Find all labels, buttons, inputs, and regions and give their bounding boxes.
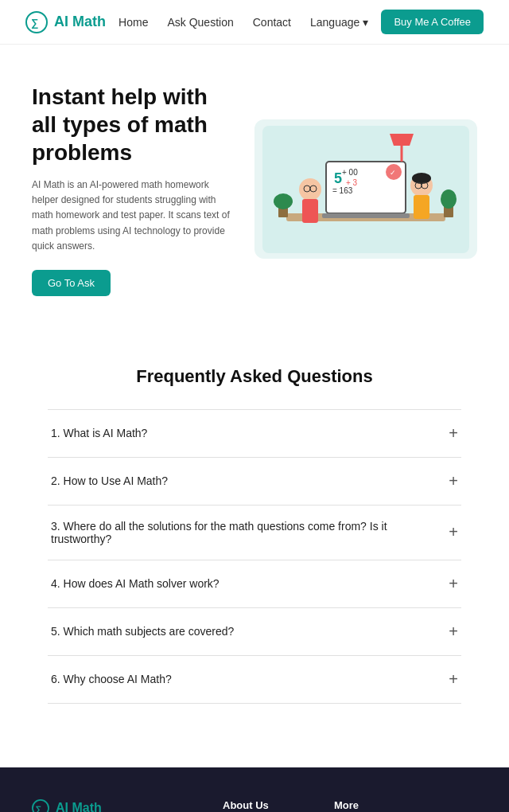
footer-about: About Us X [223, 799, 302, 812]
go-to-ask-button[interactable]: Go To Ask [32, 270, 111, 296]
logo[interactable]: ∑ AI Math [25, 11, 106, 33]
faq-expand-5[interactable]: + [449, 623, 458, 641]
svg-text:5: 5 [334, 170, 342, 186]
footer-more: More Sentence Counter [334, 799, 414, 812]
faq-item-3[interactable]: 3. Where do all the solutions for the ma… [48, 506, 461, 560]
nav-home[interactable]: Home [119, 16, 148, 29]
footer-top: ∑ AI Math Let's learn math easier with o… [32, 799, 477, 812]
faq-expand-2[interactable]: + [449, 472, 458, 490]
faq-question-6: 6. Why choose AI Math? [51, 673, 172, 685]
faq-item-6[interactable]: 6. Why choose AI Math? + [48, 656, 461, 704]
svg-point-19 [412, 173, 431, 184]
footer-logo-text: AI Math [56, 801, 102, 812]
faq-question-3: 3. Where do all the solutions for the ma… [51, 520, 449, 545]
nav-language[interactable]: Language ▾ [310, 16, 368, 29]
svg-text:= 163: = 163 [332, 186, 353, 195]
faq-title: Frequently Asked Questions [48, 366, 461, 387]
faq-question-4: 4. How does AI Math solver work? [51, 577, 220, 590]
hero-text: Instant help with all types of math prob… [32, 83, 235, 296]
nav-contact[interactable]: Contact [253, 16, 291, 29]
faq-item-5[interactable]: 5. Which math subjects are covered? + [48, 608, 461, 656]
svg-text:✓: ✓ [390, 169, 396, 177]
svg-point-27 [441, 189, 457, 209]
svg-text:+ 00: + 00 [342, 168, 358, 177]
svg-rect-5 [322, 213, 410, 218]
faq-expand-3[interactable]: + [449, 523, 458, 541]
hero-section: Instant help with all types of math prob… [0, 45, 509, 334]
faq-expand-1[interactable]: + [449, 424, 458, 443]
nav-ask[interactable]: Ask Question [167, 16, 233, 29]
buy-coffee-button[interactable]: Buy Me A Coffee [381, 10, 484, 34]
faq-question-5: 5. Which math subjects are covered? [51, 625, 234, 638]
svg-marker-23 [390, 134, 414, 146]
footer-more-title: More [334, 799, 414, 811]
hero-description: AI Math is an AI-powered math homework h… [32, 178, 235, 254]
svg-point-25 [274, 193, 293, 209]
svg-text:∑: ∑ [36, 804, 42, 812]
faq-item-2[interactable]: 2. How to Use AI Math? + [48, 458, 461, 506]
footer: ∑ AI Math Let's learn math easier with o… [0, 767, 509, 812]
faq-expand-4[interactable]: + [449, 575, 458, 593]
hero-illustration: 5 + 00 + 3 = 163 ✓ [254, 119, 477, 259]
navbar: ∑ AI Math Home Ask Question Contact Lang… [0, 0, 509, 45]
faq-item-4[interactable]: 4. How does AI Math solver work? + [48, 560, 461, 608]
faq-question-1: 1. What is AI Math? [51, 427, 147, 439]
hero-svg: 5 + 00 + 3 = 163 ✓ [262, 126, 469, 253]
footer-logo: ∑ AI Math [32, 799, 191, 812]
logo-icon: ∑ [25, 11, 48, 33]
footer-brand: ∑ AI Math Let's learn math easier with o… [32, 799, 191, 812]
chevron-down-icon: ▾ [363, 16, 368, 29]
faq-item-1[interactable]: 1. What is AI Math? + [48, 409, 461, 458]
nav-language-label: Language [310, 16, 359, 29]
nav-links: Home Ask Question Contact Language ▾ [119, 16, 368, 29]
footer-about-title: About Us [223, 799, 302, 811]
hero-title: Instant help with all types of math prob… [32, 83, 235, 166]
svg-rect-13 [302, 199, 318, 223]
footer-logo-icon: ∑ [32, 799, 49, 812]
svg-text:∑: ∑ [31, 17, 38, 29]
logo-text: AI Math [54, 14, 106, 30]
faq-question-2: 2. How to Use AI Math? [51, 474, 168, 487]
svg-rect-18 [414, 195, 429, 219]
faq-expand-6[interactable]: + [449, 670, 458, 689]
faq-section: Frequently Asked Questions 1. What is AI… [0, 334, 509, 736]
